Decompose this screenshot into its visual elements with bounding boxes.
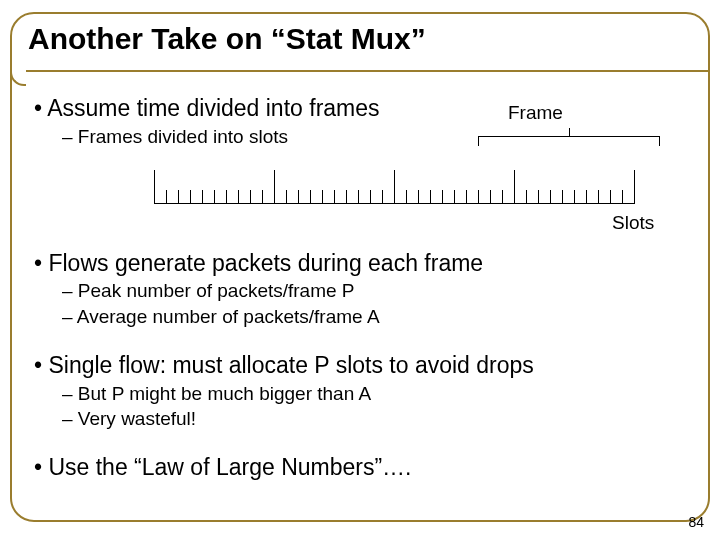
bullet-text: • Single flow: must allocate P slots to … <box>34 351 686 380</box>
sub-bullet-text: – Peak number of packets/frame P <box>62 279 686 303</box>
bullet-block: • Use the “Law of Large Numbers”…. <box>34 453 686 482</box>
sub-bullet-text: – But P might be much bigger than A <box>62 382 686 406</box>
bullet-text: • Flows generate packets during each fra… <box>34 249 686 278</box>
sub-bullet-text: – Frames divided into slots <box>62 125 686 149</box>
bullet-block: • Single flow: must allocate P slots to … <box>34 351 686 431</box>
sub-bullet-text: – Very wasteful! <box>62 407 686 431</box>
bullet-block: • Flows generate packets during each fra… <box>34 249 686 329</box>
slide-content: • Assume time divided into frames – Fram… <box>34 94 686 504</box>
sub-bullet-text: – Average number of packets/frame A <box>62 305 686 329</box>
bullet-block: • Assume time divided into frames – Fram… <box>34 94 686 149</box>
diagram-spacer <box>34 171 686 243</box>
title-divider <box>10 70 710 72</box>
bullet-text: • Assume time divided into frames <box>34 94 686 123</box>
slide: Another Take on “Stat Mux” Frame Slots •… <box>0 0 720 540</box>
bullet-text: • Use the “Law of Large Numbers”…. <box>34 453 686 482</box>
slide-title: Another Take on “Stat Mux” <box>28 22 426 56</box>
page-number: 84 <box>688 514 704 530</box>
